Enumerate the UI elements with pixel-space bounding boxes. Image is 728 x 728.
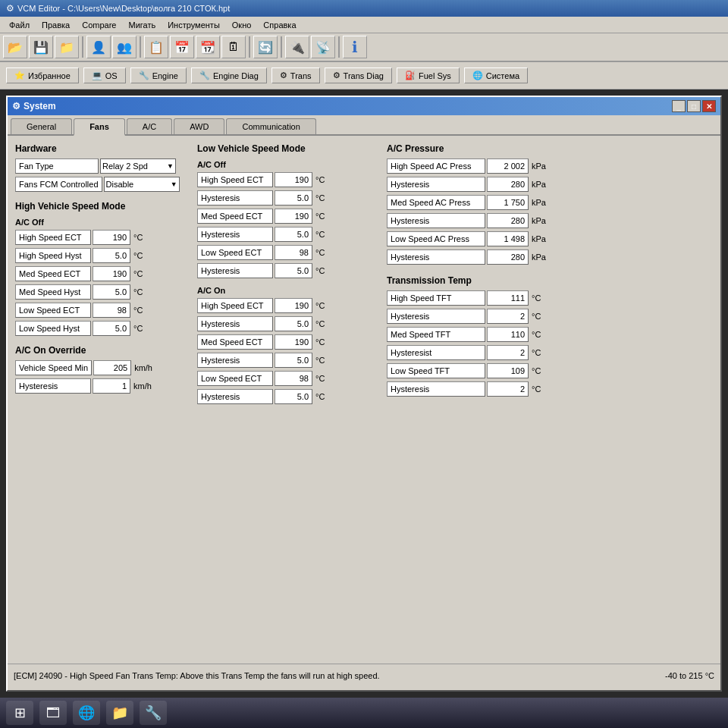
tb-person2[interactable]: 👥 xyxy=(112,36,136,58)
menu-compare[interactable]: Compare xyxy=(76,19,122,31)
mid-hs-ect-on-value[interactable]: 190 xyxy=(275,298,312,313)
module-engine[interactable]: 🔧 Engine xyxy=(130,67,187,83)
tb-folder[interactable]: 📁 xyxy=(55,36,79,58)
menu-window[interactable]: Окно xyxy=(226,19,258,31)
ms-tft-value[interactable]: 110 xyxy=(487,327,529,342)
mid-ms-ect-on-value[interactable]: 190 xyxy=(275,334,312,350)
mid-hs-ect-on-unit: °C xyxy=(314,301,326,310)
ms-hyst-value[interactable]: 5.0 xyxy=(93,284,130,300)
tb-sep2 xyxy=(140,36,141,58)
ls-press-value[interactable]: 1 498 xyxy=(487,231,529,246)
tb-plug[interactable]: 🔌 xyxy=(285,36,309,58)
title-bar-text: VCM Editor - C:\Users\New\Desktop\волга … xyxy=(17,4,230,13)
ls-tft-value[interactable]: 109 xyxy=(487,363,529,378)
module-os[interactable]: 💻 OS xyxy=(83,67,126,83)
mid-hs-ect-unit: °C xyxy=(314,175,326,184)
module-trans-diag[interactable]: ⚙ Trans Diag xyxy=(325,67,392,83)
ls-press-hyst-value[interactable]: 280 xyxy=(487,249,529,265)
mid-hyst-on3-value[interactable]: 5.0 xyxy=(275,389,312,404)
maximize-button[interactable]: □ xyxy=(687,100,701,112)
mid-hyst3-value[interactable]: 5.0 xyxy=(275,263,312,278)
hs-press-hyst-value[interactable]: 280 xyxy=(487,177,529,192)
tb-person[interactable]: 👤 xyxy=(86,36,111,58)
high-speed-title: High Vehicle Speed Mode xyxy=(15,201,182,212)
ac-pressure-title: A/C Pressure xyxy=(387,143,713,154)
tb-copy[interactable]: 📋 xyxy=(144,36,168,58)
ms-tft-hyst-value[interactable]: 2 xyxy=(487,345,529,360)
ls-press-hyst-label: Hysteresis xyxy=(387,249,485,265)
hs-hyst-value[interactable]: 5.0 xyxy=(93,248,130,263)
module-trans[interactable]: ⚙ Trans xyxy=(271,67,320,83)
tb-open[interactable]: 📂 xyxy=(3,36,27,58)
tab-awd[interactable]: AWD xyxy=(174,118,224,134)
menu-tools[interactable]: Инструменты xyxy=(162,19,226,31)
tb-info[interactable]: ℹ xyxy=(343,36,367,58)
mid-hyst2-value[interactable]: 5.0 xyxy=(275,227,312,242)
fans-fcm-arrow: ▼ xyxy=(171,180,177,188)
mid-hyst-on1-value[interactable]: 5.0 xyxy=(275,316,312,331)
left-hyst-value[interactable]: 1 xyxy=(93,378,130,394)
mid-hs-ect-value[interactable]: 190 xyxy=(275,172,312,187)
minimize-button[interactable]: _ xyxy=(672,100,686,112)
menu-edit[interactable]: Правка xyxy=(36,19,76,31)
module-favorites[interactable]: ⭐ Избранное xyxy=(6,67,79,83)
taskbar-start[interactable]: ⊞ xyxy=(6,701,33,725)
mid-ms-ect-on-unit: °C xyxy=(314,337,326,347)
mid-ls-ect-value[interactable]: 98 xyxy=(275,245,312,260)
tab-ac[interactable]: A/C xyxy=(127,118,172,134)
fan-type-row: Fan Type Relay 2 Spd ▼ xyxy=(15,158,182,174)
taskbar-settings[interactable]: 🔧 xyxy=(140,701,167,725)
tb-calendar3[interactable]: 🗓 xyxy=(221,36,246,58)
menu-flash[interactable]: Мигать xyxy=(122,19,162,31)
vehicle-speed-min-value[interactable]: 205 xyxy=(93,360,131,375)
hs-tft-value[interactable]: 111 xyxy=(487,290,529,306)
tb-sep5 xyxy=(338,36,340,58)
mid-hyst-on2-value[interactable]: 5.0 xyxy=(275,353,312,368)
taskbar-explorer[interactable]: 📁 xyxy=(106,701,133,725)
module-sistema[interactable]: 🌐 Система xyxy=(464,67,528,83)
fans-fcm-select[interactable]: Disable ▼ xyxy=(104,177,180,192)
ls-tft-hyst-value[interactable]: 2 xyxy=(487,381,529,397)
tb-sep4 xyxy=(281,36,282,58)
close-button[interactable]: ✕ xyxy=(702,100,716,112)
ms-press-hyst-value[interactable]: 280 xyxy=(487,213,529,228)
ls-hyst-row: Low Speed Hyst 5.0 °C xyxy=(15,321,182,336)
ls-hyst-value[interactable]: 5.0 xyxy=(93,321,130,336)
hs-hyst-unit: °C xyxy=(132,251,144,260)
taskbar-task-view[interactable]: 🗔 xyxy=(39,701,67,725)
module-engine-diag[interactable]: 🔧 Engine Diag xyxy=(191,67,267,83)
ls-tft-label: Low Speed TFT xyxy=(387,363,485,378)
mid-hyst-on2-row: Hysteresis 5.0 °C xyxy=(197,353,372,368)
ms-press-hyst-label: Hysteresis xyxy=(387,213,485,228)
module-fuel[interactable]: ⛽ Fuel Sys xyxy=(397,67,460,83)
menu-help[interactable]: Справка xyxy=(257,19,302,31)
tab-general[interactable]: General xyxy=(11,118,72,134)
mid-ls-ect-on-value[interactable]: 98 xyxy=(275,371,312,386)
tb-calendar[interactable]: 📅 xyxy=(170,36,194,58)
mid-hyst1-value[interactable]: 5.0 xyxy=(275,190,312,206)
hs-tft-hyst-value[interactable]: 2 xyxy=(487,309,529,324)
tb-save[interactable]: 💾 xyxy=(29,36,53,58)
left-column: Hardware Fan Type Relay 2 Spd ▼ Fans FCM… xyxy=(15,143,182,656)
ls-ect-value[interactable]: 98 xyxy=(93,303,130,318)
ms-tft-row: Med Speed TFT 110 °C xyxy=(387,327,713,342)
tb-device[interactable]: 📡 xyxy=(311,36,335,58)
mid-hs-ect-label: High Speed ECT xyxy=(197,172,273,187)
ms-press-value[interactable]: 1 750 xyxy=(487,195,529,210)
menu-file[interactable]: Файл xyxy=(3,19,36,31)
hs-press-value[interactable]: 2 002 xyxy=(487,158,529,174)
trans-icon: ⚙ xyxy=(280,71,287,80)
tb-calendar2[interactable]: 📆 xyxy=(196,36,220,58)
tab-fans[interactable]: Fans xyxy=(74,118,125,136)
trans-temp-title: Transmission Temp xyxy=(387,275,713,286)
ms-ect-value[interactable]: 190 xyxy=(93,266,130,281)
hs-ect-value[interactable]: 190 xyxy=(93,230,130,245)
mid-ms-ect-value[interactable]: 190 xyxy=(275,209,312,224)
tab-communication[interactable]: Communication xyxy=(226,118,315,134)
ls-tft-hyst-unit: °C xyxy=(530,384,542,394)
ac-off-label-mid: A/C Off xyxy=(197,160,372,169)
hs-hyst-label: High Speed Hyst xyxy=(15,248,91,263)
fan-type-select[interactable]: Relay 2 Spd ▼ xyxy=(100,158,176,174)
tb-refresh[interactable]: 🔄 xyxy=(253,36,278,58)
taskbar-browser[interactable]: 🌐 xyxy=(73,701,100,725)
